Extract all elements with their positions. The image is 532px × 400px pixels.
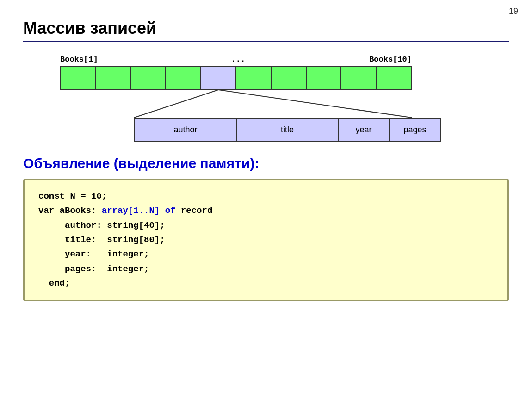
- array-cell-9: [341, 66, 377, 90]
- record-field-title: title: [237, 119, 339, 141]
- array-labels-row: Books[1] ... Books[10]: [60, 55, 412, 64]
- label-dots: ...: [231, 55, 246, 64]
- code-block: const N = 10; var aBooks: array[1..N] of…: [23, 179, 509, 301]
- record-field-pages: pages: [390, 119, 440, 141]
- code-line-5: year: integer;: [38, 247, 494, 262]
- record-row: author title year pages: [134, 118, 441, 142]
- code-line-2: var aBooks: array[1..N] of record: [38, 204, 494, 218]
- diagram-section: Books[1] ... Books[10]: [60, 55, 509, 142]
- svg-line-0: [134, 90, 218, 118]
- connector-container: [60, 90, 412, 118]
- code-line-4: title: string[80];: [38, 233, 494, 247]
- slide: 19 Массив записей Books[1] ... Books[10]: [0, 0, 532, 400]
- record-field-year: year: [339, 119, 390, 141]
- array-cell-10: [377, 66, 412, 90]
- slide-title: Массив записей: [23, 19, 509, 38]
- code-line-7: end;: [38, 276, 494, 291]
- array-cell-6: [236, 66, 272, 90]
- array-cell-1: [60, 66, 96, 90]
- array-cell-8: [307, 66, 342, 90]
- array-cell-5-selected: [201, 66, 236, 90]
- svg-line-1: [218, 90, 412, 118]
- array-cell-4: [166, 66, 201, 90]
- code-line-3: author: string[40];: [38, 219, 494, 233]
- section-heading: Объявление (выделение памяти):: [23, 156, 509, 171]
- array-cell-2: [96, 66, 131, 90]
- code-line-1: const N = 10;: [38, 189, 494, 204]
- record-field-author: author: [135, 119, 237, 141]
- title-divider: [23, 41, 509, 42]
- page-number: 19: [509, 6, 518, 16]
- code-line-6: pages: integer;: [38, 262, 494, 276]
- array-cells-row: [60, 66, 412, 90]
- label-books1: Books[1]: [60, 55, 98, 64]
- connector-svg: [60, 90, 412, 118]
- label-books10: Books[10]: [369, 55, 412, 64]
- array-cell-7: [272, 66, 307, 90]
- array-cell-3: [131, 66, 167, 90]
